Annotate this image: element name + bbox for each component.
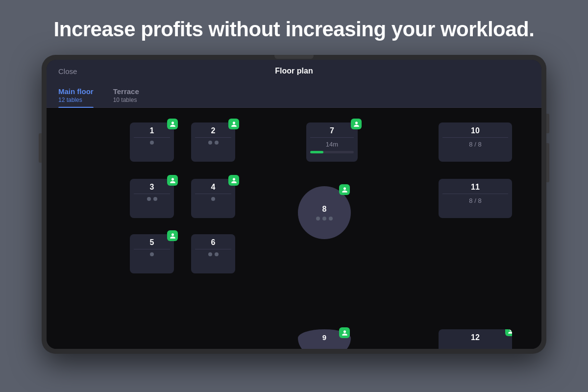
table-3[interactable]: 3 (130, 179, 174, 218)
table-4[interactable]: 4 (191, 179, 235, 218)
tab-main-floor[interactable]: Main floor 12 tables (58, 82, 94, 107)
close-button[interactable]: Close (58, 67, 77, 75)
table-12-number: 12 (439, 329, 512, 344)
screen-title: Floor plan (275, 67, 313, 75)
table-11-number: 11 (439, 179, 512, 194)
table-2-dots (191, 138, 235, 147)
table-3-dots (130, 194, 174, 204)
table-7-progress-wrap (310, 151, 354, 153)
table-6-dots (191, 249, 235, 259)
side-button-left (39, 133, 42, 163)
table-1[interactable]: 1 (130, 122, 174, 162)
tab-terrace-label: Terrace (113, 87, 139, 96)
table-7-progress-fill (310, 151, 323, 153)
table-4-dots (191, 194, 235, 204)
table-7-badge (351, 119, 362, 129)
table-8-badge (339, 184, 350, 195)
table-8-dots (316, 217, 333, 220)
tabs-bar: Main floor 12 tables Terrace 10 tables (47, 82, 541, 108)
tab-terrace[interactable]: Terrace 10 tables (113, 82, 139, 107)
table-8-number: 8 (322, 205, 327, 214)
side-button-right-1 (546, 114, 549, 133)
table-10-seats: 8 / 8 (439, 138, 512, 151)
table-6[interactable]: 6 (191, 234, 235, 273)
table-11[interactable]: 11 8 / 8 (439, 179, 512, 218)
table-11-seats: 8 / 8 (439, 194, 512, 207)
table-5-dots (130, 249, 174, 259)
tablet-screen: Close Floor plan Main floor 12 tables Te… (47, 60, 541, 349)
tab-terrace-count: 10 tables (113, 97, 139, 103)
table-9-number: 9 (322, 333, 326, 342)
table-1-dots (130, 138, 174, 147)
table-9-badge (339, 327, 350, 338)
table-7-timer: 14m (306, 138, 358, 151)
tab-main-floor-label: Main floor (58, 87, 94, 96)
table-5[interactable]: 5 (130, 234, 174, 273)
table-5-badge (167, 230, 178, 241)
table-12-partial[interactable]: 12 (439, 329, 512, 349)
table-1-badge (167, 119, 178, 129)
table-4-badge (228, 175, 239, 186)
screen-header: Close Floor plan (47, 60, 541, 82)
floor-area: 1 2 3 (47, 108, 541, 349)
table-10-number: 10 (439, 122, 512, 137)
table-8[interactable]: 8 (298, 186, 351, 239)
tablet-device: Close Floor plan Main floor 12 tables Te… (42, 55, 546, 354)
side-button-right-2 (546, 143, 549, 182)
table-3-badge (167, 175, 178, 186)
tab-main-floor-count: 12 tables (58, 97, 94, 103)
page-headline: Increase profits without increasing your… (54, 18, 535, 41)
table-2-badge (228, 119, 239, 129)
table-7[interactable]: 7 14m (306, 122, 358, 162)
table-7-number: 7 (306, 122, 358, 137)
table-2[interactable]: 2 (191, 122, 235, 162)
table-6-number: 6 (191, 234, 235, 249)
table-9-partial[interactable]: 9 (298, 329, 351, 349)
table-10[interactable]: 10 8 / 8 (439, 122, 512, 162)
table-12-badge (505, 329, 512, 336)
